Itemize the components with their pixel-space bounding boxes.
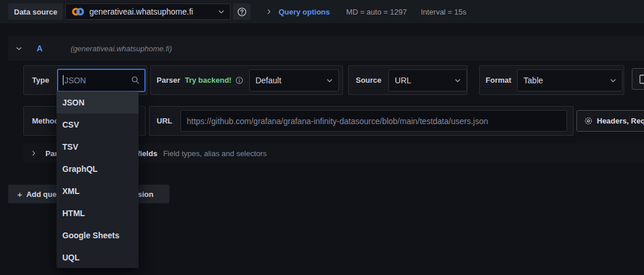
type-option-html[interactable]: HTML xyxy=(56,202,139,224)
source-field-group: Source URL xyxy=(348,65,468,95)
type-field-group: Type JSON xyxy=(23,65,147,95)
type-option-graphql[interactable]: GraphQL xyxy=(56,158,139,180)
expand-chevron-icon xyxy=(30,150,37,157)
max-data-points-stat: MD = auto = 1297 xyxy=(346,8,407,16)
chevron-down-icon xyxy=(217,8,225,16)
datasource-picker-value: generativeai.whatsuphome.fi xyxy=(89,7,217,16)
query-datasource-hint: (generativeai.whatsuphome.fi) xyxy=(70,44,172,53)
source-label: Source xyxy=(356,76,381,84)
url-input[interactable]: https://github.com/grafana/grafana-infin… xyxy=(181,110,567,132)
url-field-group: URL https://github.com/grafana/grafana-i… xyxy=(149,106,574,136)
format-label: Format xyxy=(486,76,511,84)
text-cursor xyxy=(63,75,63,85)
query-options-link[interactable]: Query options xyxy=(278,8,330,16)
url-label: URL xyxy=(157,117,172,125)
parser-select-value: Default xyxy=(256,76,281,85)
parser-select[interactable]: Default xyxy=(249,69,339,91)
question-circle-icon xyxy=(237,7,247,17)
search-icon xyxy=(131,76,140,84)
datasource-label: Data source xyxy=(8,3,63,20)
type-option-json[interactable]: JSON xyxy=(56,91,139,114)
collapse-query-chevron-icon[interactable] xyxy=(15,45,23,52)
type-dropdown-menu: JSON CSV TSV GraphQL XML HTML Google She… xyxy=(56,91,139,268)
query-ref-id[interactable]: A xyxy=(37,44,43,53)
format-field-group: Format Table xyxy=(479,65,624,95)
chevron-down-icon xyxy=(609,76,617,84)
interval-stat: Interval = 15s xyxy=(421,8,466,16)
source-select[interactable]: URL xyxy=(388,69,467,91)
plus-icon: + xyxy=(17,189,22,199)
parser-label: Parser xyxy=(157,76,180,84)
type-option-google-sheets[interactable]: Google Sheets xyxy=(56,224,139,246)
parser-field-group: Parser Try backend! Default xyxy=(150,65,343,95)
type-label: Type xyxy=(32,76,49,84)
format-select[interactable]: Table xyxy=(517,69,622,91)
info-circle-icon xyxy=(235,76,243,84)
query-options-chevron-icon[interactable] xyxy=(266,8,273,15)
type-option-xml[interactable]: XML xyxy=(56,180,139,202)
type-option-uql[interactable]: UQL xyxy=(56,246,139,269)
type-option-csv[interactable]: CSV xyxy=(56,114,139,136)
query-row-header[interactable]: A (generativeai.whatsuphome.fi) xyxy=(8,36,644,61)
type-combobox[interactable]: JSON xyxy=(57,69,146,92)
chevron-down-icon xyxy=(454,76,462,84)
headers-button-label: Headers, Request params xyxy=(597,117,644,125)
type-option-tsv[interactable]: TSV xyxy=(56,136,139,158)
gear-icon xyxy=(584,117,593,125)
headers-request-params-button[interactable]: Headers, Request params xyxy=(576,110,644,132)
url-input-value: https://github.com/grafana/grafana-infin… xyxy=(187,117,489,126)
infinity-datasource-logo-icon xyxy=(72,7,84,16)
parsing-options-description: Field types, alias and selectors xyxy=(163,149,267,158)
datasource-help-button[interactable] xyxy=(233,3,250,20)
edge-clipped-button[interactable] xyxy=(632,68,644,90)
chevron-down-icon xyxy=(325,76,334,84)
datasource-picker[interactable]: generativeai.whatsuphome.fi xyxy=(65,3,231,20)
try-backend-badge: Try backend! xyxy=(185,76,231,84)
source-select-value: URL xyxy=(395,76,411,85)
document-icon xyxy=(639,75,644,84)
format-select-value: Table xyxy=(523,76,543,85)
grafana-query-editor: Data source generativeai.whatsuphome.fi xyxy=(0,0,644,275)
method-label: Method xyxy=(32,117,59,125)
query-group-toolbar: Data source generativeai.whatsuphome.fi xyxy=(0,0,644,23)
type-combobox-value: JSON xyxy=(64,76,131,85)
